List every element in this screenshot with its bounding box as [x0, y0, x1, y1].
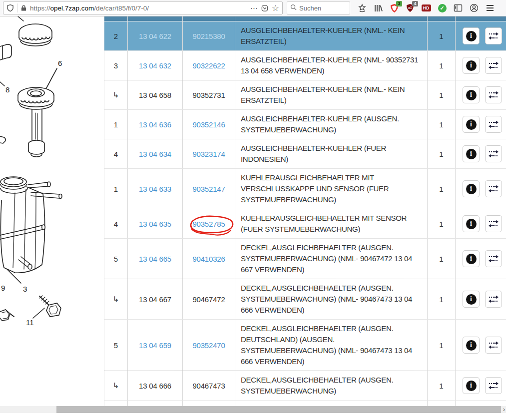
- swap-button[interactable]: [485, 377, 502, 394]
- position-cell: 4: [104, 139, 128, 168]
- info-icon: i: [466, 219, 477, 229]
- info-button[interactable]: i: [463, 250, 480, 267]
- table-row: 3 13 04 632 90322622 AUSGLEICHBEHAELTER-…: [104, 50, 506, 80]
- catalog-number-link[interactable]: 90352147: [190, 184, 227, 194]
- parts-diagram[interactable]: 6 8 9 3 11: [0, 16, 104, 413]
- swap-button[interactable]: [485, 180, 502, 197]
- catalog-number-cell: 90352470: [183, 320, 235, 371]
- part-number-link[interactable]: 13 04 665: [128, 239, 183, 279]
- position-cell: 2: [104, 21, 128, 50]
- swap-button[interactable]: [485, 215, 502, 232]
- info-button[interactable]: i: [463, 215, 480, 232]
- part-number-link[interactable]: 13 04 636: [128, 110, 183, 139]
- part-number-link[interactable]: 13 04 633: [128, 169, 183, 209]
- url-scheme: https://: [30, 4, 50, 12]
- actions-cell: i: [456, 169, 506, 209]
- ublock-shield-icon[interactable]: uO 4: [405, 3, 415, 13]
- part-number-link[interactable]: 13 04 632: [128, 51, 183, 80]
- info-icon: i: [466, 184, 477, 194]
- info-button[interactable]: i: [463, 291, 480, 308]
- swap-button[interactable]: [485, 86, 502, 103]
- info-button[interactable]: i: [463, 86, 480, 103]
- pocket-icon[interactable]: [261, 4, 269, 12]
- url-text[interactable]: https://opel.7zap.com/de/car/t85/f/0/7-0…: [30, 4, 247, 12]
- antivirus-check-icon[interactable]: ✓: [437, 3, 447, 13]
- catalog-number: 90215380: [192, 32, 225, 40]
- catalog-number-link[interactable]: 90215380: [190, 31, 227, 41]
- catalog-number-link: 90467473: [190, 381, 227, 391]
- swap-button[interactable]: [485, 337, 502, 354]
- catalog-number-cell: 90352731: [183, 80, 235, 109]
- scrollbar-thumb[interactable]: [56, 406, 501, 413]
- swap-arrows-icon: [488, 185, 499, 193]
- bookmarks-menu-star-icon[interactable]: [357, 3, 367, 13]
- position-cell: 4: [104, 209, 128, 238]
- lock-icon[interactable]: [20, 4, 27, 11]
- browser-toolbar: https://opel.7zap.com/de/car/t85/f/0/7-0…: [0, 0, 506, 16]
- tracking-protection-shield-icon[interactable]: [6, 4, 14, 12]
- quantity-cell: 1: [428, 139, 456, 168]
- swap-button[interactable]: [485, 116, 502, 133]
- library-icon[interactable]: [373, 3, 383, 13]
- catalog-number-cell: 90215380: [183, 21, 235, 50]
- catalog-number: 90352470: [192, 341, 225, 350]
- horizontal-scrollbar[interactable]: ›: [0, 406, 506, 413]
- catalog-number-link[interactable]: 90352785: [190, 219, 227, 229]
- info-button[interactable]: i: [463, 377, 480, 394]
- catalog-number-cell: 90323174: [183, 139, 235, 168]
- info-button[interactable]: i: [463, 337, 480, 354]
- description-cell: AUSGLEICHBEHAELTER-KUEHLER (NML.- KEIN E…: [235, 80, 428, 109]
- info-button[interactable]: i: [463, 180, 480, 197]
- position-cell: 1: [104, 169, 128, 209]
- info-button[interactable]: i: [463, 27, 480, 44]
- swap-button[interactable]: [485, 250, 502, 267]
- search-input[interactable]: [299, 4, 339, 12]
- scrollbar-right-arrow[interactable]: ›: [503, 406, 505, 413]
- part-number-link[interactable]: 13 04 634: [128, 139, 183, 168]
- part-number-link[interactable]: 13 04 622: [128, 21, 183, 50]
- catalog-number-link[interactable]: 90323174: [190, 149, 227, 159]
- hd-extension-icon[interactable]: HD: [421, 3, 431, 13]
- swap-button[interactable]: [485, 27, 502, 44]
- url-path: /de/car/t85/f/0/7-0/: [94, 4, 149, 12]
- catalog-number-link: 90467472: [190, 294, 227, 305]
- adblock-badge: 3: [396, 1, 402, 6]
- catalog-number-link[interactable]: 90322622: [190, 60, 227, 71]
- account-icon[interactable]: [469, 3, 479, 13]
- adblock-shield-icon[interactable]: 3: [389, 3, 399, 13]
- menu-icon[interactable]: [485, 3, 495, 13]
- search-box[interactable]: [287, 1, 350, 14]
- quantity-cell: 1: [428, 209, 456, 238]
- info-button[interactable]: i: [463, 145, 480, 162]
- table-row: 4 13 04 635 90352785 KUEHLERAUSGLEICHBEH…: [104, 209, 506, 238]
- info-icon: i: [466, 340, 477, 351]
- bookmark-star-icon[interactable]: ☆: [272, 4, 279, 12]
- catalog-number-cell: 90410326: [183, 239, 235, 279]
- info-icon: i: [466, 60, 477, 71]
- ublock-badge: 4: [412, 1, 418, 6]
- svg-text:uO: uO: [408, 6, 413, 9]
- info-button[interactable]: i: [463, 57, 480, 74]
- catalog-number-cell: 90322622: [183, 51, 235, 80]
- position-cell: ↳: [104, 371, 128, 400]
- actions-cell: i: [456, 239, 506, 279]
- catalog-number: 90410326: [192, 255, 225, 263]
- info-button[interactable]: i: [463, 116, 480, 133]
- url-bar[interactable]: https://opel.7zap.com/de/car/t85/f/0/7-0…: [3, 1, 283, 14]
- page-actions-icon[interactable]: ⋯: [250, 4, 258, 12]
- catalog-number-link[interactable]: 90352146: [190, 119, 227, 130]
- catalog-number-link[interactable]: 90352470: [190, 340, 227, 351]
- swap-button[interactable]: [485, 57, 502, 74]
- part-number-link[interactable]: 13 04 635: [128, 209, 183, 238]
- swap-arrows-icon: [488, 61, 499, 69]
- catalog-number-link[interactable]: 90410326: [190, 254, 227, 264]
- description-cell: AUSGLEICHBEHAELTER-KUEHLER (NML.- KEIN E…: [235, 21, 428, 50]
- part-number-link[interactable]: 13 04 659: [128, 320, 183, 371]
- swap-button[interactable]: [485, 291, 502, 308]
- swap-button[interactable]: [485, 145, 502, 162]
- catalog-number: 90352146: [192, 120, 225, 129]
- sidebar-icon[interactable]: [453, 3, 463, 13]
- info-icon: i: [466, 254, 477, 264]
- description-cell: AUSGLEICHBEHAELTER-KUEHLER (FUER INDONES…: [235, 139, 428, 168]
- info-icon: i: [466, 381, 477, 391]
